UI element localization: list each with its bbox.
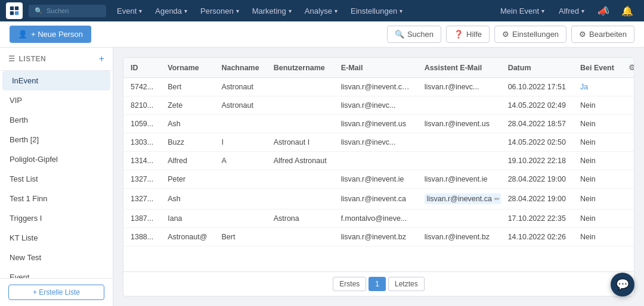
chat-bubble[interactable]: 💬	[611, 273, 634, 296]
cell-benutzername	[267, 96, 334, 115]
cell-bei-event: Nein	[573, 133, 621, 152]
cell-datum: 28.04.2022 19:00	[501, 189, 573, 210]
nav-marketing[interactable]: Marketing ▾	[246, 3, 298, 19]
cell-actions	[621, 189, 634, 210]
col-benutzername: Benutzername	[267, 58, 334, 78]
cell-actions	[621, 210, 634, 228]
table-row[interactable]: 1303...BuzzIAstronaut Ilisvan.r@inevc...…	[123, 133, 634, 152]
cell-id: 8210...	[123, 96, 160, 115]
cell-datum: 28.04.2022 18:57	[501, 115, 573, 133]
cell-vorname: Astronaut@	[160, 228, 214, 246]
sidebar-item-poliglot[interactable]: Poliglot-Gipfel	[0, 149, 113, 169]
cell-actions	[621, 115, 634, 133]
cell-benutzername	[267, 115, 334, 133]
list-icon: ☰	[8, 55, 16, 63]
cell-bei-event: Ja	[573, 78, 621, 96]
cell-bei-event: Nein	[573, 189, 621, 210]
cell-assistent-email: lisvan.r@inevent.bz	[417, 228, 501, 246]
nav-event[interactable]: Event ▾	[111, 3, 148, 19]
page-1-button[interactable]: 1	[369, 277, 386, 291]
cell-id: 1387...	[123, 210, 160, 228]
sidebar-item-berth[interactable]: Berth	[0, 110, 113, 130]
svg-rect-1	[15, 7, 18, 10]
cell-actions	[621, 96, 634, 115]
edit-icon[interactable]: ✏	[494, 195, 500, 203]
cell-bei-event: Nein	[573, 115, 621, 133]
mein-event-menu[interactable]: Mein Event ▾	[494, 3, 550, 19]
cell-assistent-email	[417, 133, 501, 152]
cell-benutzername	[267, 189, 334, 210]
sidebar-item-testlist[interactable]: Test List	[0, 169, 113, 189]
cell-assistent-email	[417, 152, 501, 170]
sidebar-item-inevent[interactable]: InEvent	[2, 71, 110, 90]
edit-button[interactable]: ⚙ Bearbeiten	[571, 26, 634, 43]
sidebar-item-newtest[interactable]: New Test	[0, 248, 113, 267]
table-header-row: ID Vorname Nachname Benutzername E-Mail …	[123, 58, 634, 78]
sidebar-item-triggersi[interactable]: Triggers I	[0, 208, 113, 228]
cell-vorname: Iana	[160, 210, 214, 228]
create-list-button[interactable]: + Erstelle Liste	[8, 285, 104, 300]
cell-nachname: Bert	[214, 228, 266, 246]
persons-table: ID Vorname Nachname Benutzername E-Mail …	[123, 58, 634, 246]
sidebar-list: InEvent VIP Berth Berth [2] Poliglot-Gip…	[0, 71, 113, 278]
cell-assistent-email: lisvan.r@inevent.ie	[417, 170, 501, 189]
table-row[interactable]: 1388...Astronaut@Bertlisvan.r@inevent.bz…	[123, 228, 634, 246]
col-id: ID	[123, 58, 160, 78]
bei-event-link[interactable]: Ja	[580, 83, 588, 91]
cell-email: lisvan.r@inevc...	[334, 96, 417, 115]
cell-datum: 06.10.2022 17:51	[501, 78, 573, 96]
help-button[interactable]: ❓ Hilfe	[446, 26, 490, 43]
sidebar-footer: + Erstelle Liste	[0, 278, 113, 306]
gear-icon: ⚙	[502, 30, 509, 39]
sidebar-item-event[interactable]: Event	[0, 267, 113, 278]
cell-actions	[621, 152, 634, 170]
sidebar-item-berth2[interactable]: Berth [2]	[0, 130, 113, 149]
global-search[interactable]: 🔍 Suchen	[29, 5, 106, 17]
cell-id: 5742...	[123, 78, 160, 96]
table-row[interactable]: 1059...Ashlisvan.r@inevent.uslisvan.r@in…	[123, 115, 634, 133]
cell-id: 1327...	[123, 189, 160, 210]
sidebar-item-ktliste[interactable]: KT Liste	[0, 228, 113, 248]
cell-nachname	[214, 210, 266, 228]
first-page-button[interactable]: Erstes	[333, 277, 366, 291]
nav-agenda[interactable]: Agenda ▾	[149, 3, 193, 19]
cell-email: lisvan.r@inevent.ca	[334, 189, 417, 210]
cell-benutzername: Astrona	[267, 210, 334, 228]
highlighted-assistent-email: lisvan.r@inevent.ca✏	[425, 193, 501, 204]
app-logo[interactable]	[6, 2, 23, 19]
main-layout: ☰ LISTEN + InEvent VIP Berth Berth [2] P…	[0, 48, 644, 306]
table-row[interactable]: 1387...IanaAstronaf.montalvo@ineve...17.…	[123, 210, 634, 228]
cell-vorname: Bert	[160, 78, 214, 96]
cell-nachname	[214, 170, 266, 189]
table-row[interactable]: 1314...AlfredAAlfred Astronaut19.10.2022…	[123, 152, 634, 170]
notification-icon[interactable]: 📣	[593, 3, 614, 19]
search-button[interactable]: 🔍 Suchen	[387, 26, 441, 43]
new-person-button[interactable]: 👤 + Neue Person	[10, 26, 91, 43]
cell-bei-event: Nein	[573, 96, 621, 115]
add-list-icon[interactable]: +	[99, 54, 104, 64]
sidebar-item-vip[interactable]: VIP	[0, 90, 113, 110]
cell-vorname: Buzz	[160, 133, 214, 152]
table-row[interactable]: 8210...ZeteAstronautlisvan.r@inevc...14.…	[123, 96, 634, 115]
table-row[interactable]: 1327...Peterlisvan.r@inevent.ielisvan.r@…	[123, 170, 634, 189]
nav-einstellungen[interactable]: Einstellungen ▾	[345, 3, 408, 19]
nav-personen[interactable]: Personen ▾	[194, 3, 245, 19]
col-settings[interactable]: ⚙	[621, 58, 634, 78]
cell-assistent-email	[417, 96, 501, 115]
cell-id: 1388...	[123, 228, 160, 246]
sidebar-item-test1finn[interactable]: Test 1 Finn	[0, 189, 113, 208]
table-row[interactable]: 5742...BertAstronautlisvan.r@inevent.com…	[123, 78, 634, 96]
table-scroll[interactable]: ID Vorname Nachname Benutzername E-Mail …	[123, 58, 634, 271]
chevron-down-icon: ▾	[541, 8, 544, 14]
alfred-menu[interactable]: Alfred ▾	[553, 3, 590, 19]
cell-datum: 14.05.2022 02:49	[501, 96, 573, 115]
nav-analyse[interactable]: Analyse ▾	[299, 3, 343, 19]
table-row[interactable]: 1327...Ashlisvan.r@inevent.calisvan.r@in…	[123, 189, 634, 210]
bell-icon[interactable]: 🔔	[617, 3, 638, 19]
sidebar-header: ☰ LISTEN +	[0, 48, 113, 71]
last-page-button[interactable]: Letztes	[388, 277, 425, 291]
cell-id: 1314...	[123, 152, 160, 170]
cell-bei-event: Nein	[573, 210, 621, 228]
top-navigation: 🔍 Suchen Event ▾ Agenda ▾ Personen ▾ Mar…	[0, 0, 644, 21]
settings-button[interactable]: ⚙ Einstellungen	[494, 26, 566, 43]
